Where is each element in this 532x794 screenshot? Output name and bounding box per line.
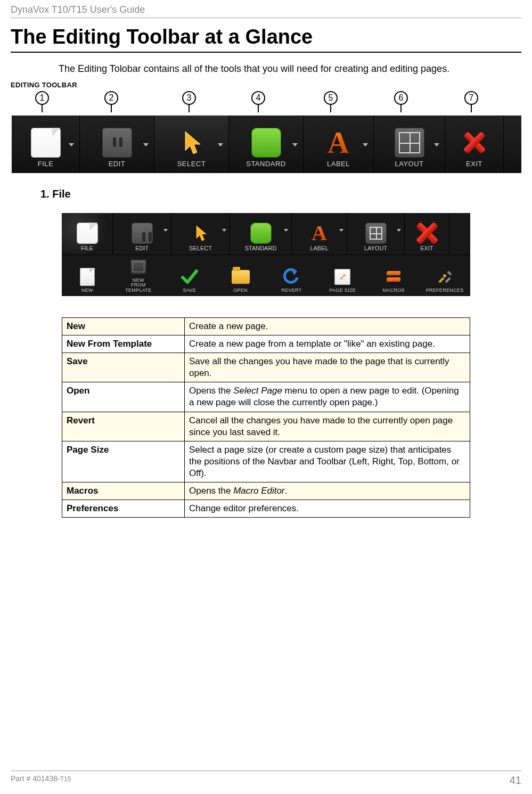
table-row: NewCreate a new page.: [62, 318, 470, 335]
edit-icon: [102, 128, 132, 158]
toolbar-item-edit[interactable]: EDIT: [80, 116, 154, 173]
callout-6: 6: [394, 91, 408, 105]
definition-term: Preferences: [62, 500, 185, 518]
dropdown-icon: [363, 143, 368, 146]
definition-desc: Create a new page from a template or "li…: [185, 335, 470, 353]
table-row: New From TemplateCreate a new page from …: [62, 335, 470, 353]
header-rule: [11, 18, 521, 18]
callout-2: 2: [104, 91, 118, 105]
toolbar-item-label[interactable]: A LABEL: [304, 116, 374, 173]
submenu-revert[interactable]: REVERT: [266, 255, 317, 296]
definition-term: Page Size: [62, 441, 185, 482]
save-icon: [181, 268, 199, 286]
submenu-new[interactable]: NEW: [62, 255, 113, 296]
definition-desc: Select a page size (or create a custom p…: [185, 441, 470, 482]
callout-1: 1: [35, 91, 49, 105]
toolbar-label: FILE: [38, 160, 53, 168]
standard-icon: [250, 223, 272, 244]
submenu-label: OPEN: [233, 288, 248, 293]
table-row: PreferencesChange editor preferences.: [62, 500, 470, 518]
part-number: Part # 401438-T15: [11, 774, 71, 787]
open-icon: [232, 270, 250, 284]
toolbar2-item-exit[interactable]: EXIT: [405, 213, 449, 255]
template-icon: [130, 259, 146, 274]
macros-icon: [386, 270, 402, 284]
toolbar-item-standard[interactable]: STANDARD: [229, 116, 304, 173]
definition-desc: Cancel all the changes you have made to …: [185, 412, 470, 441]
label-icon: A: [312, 223, 327, 244]
page-footer: Part # 401438-T15 41: [11, 771, 521, 787]
page-number: 41: [510, 774, 521, 787]
table-row: MacrosOpens the Macro Editor.: [62, 482, 470, 500]
page-size-icon: [334, 269, 350, 285]
toolbar2-label: LABEL: [310, 245, 328, 251]
definition-term: Macros: [62, 482, 185, 500]
submenu-label: REVERT: [281, 288, 301, 293]
section-heading: 1. File: [40, 188, 521, 200]
svg-point-0: [443, 274, 446, 277]
edit-icon: [132, 223, 153, 244]
callout-3: 3: [182, 91, 196, 105]
toolbar-item-file[interactable]: FILE: [12, 116, 80, 173]
dropdown-icon: [339, 229, 343, 232]
file-icon: [31, 128, 61, 158]
toolbar2-item-file[interactable]: FILE: [62, 213, 113, 255]
submenu-label: PAGE SIZE: [330, 288, 356, 293]
definition-term: New: [62, 318, 185, 335]
toolbar2-item-standard[interactable]: STANDARD: [230, 213, 292, 255]
definition-desc: Change editor preferences.: [185, 500, 470, 518]
definition-term: Open: [62, 382, 185, 412]
select-icon: [177, 128, 207, 158]
toolbar-label: LABEL: [327, 160, 350, 168]
dropdown-icon: [292, 143, 298, 146]
dropdown-icon: [69, 143, 74, 146]
submenu-page-size[interactable]: PAGE SIZE: [317, 255, 368, 296]
toolbar2-label: SELECT: [189, 245, 212, 251]
table-row: RevertCancel all the changes you have ma…: [62, 412, 470, 441]
submenu-label: NEW FROM TEMPLATE: [125, 278, 151, 293]
editing-toolbar-figure: 1 2 3 4 5 6 7 FILE EDIT SELECT: [11, 91, 521, 173]
toolbar2-item-layout[interactable]: LAYOUT: [347, 213, 405, 255]
page-title: The Editing Toolbar at a Glance: [11, 26, 521, 53]
dropdown-icon: [434, 143, 439, 146]
toolbar2-item-edit[interactable]: EDIT: [113, 213, 171, 255]
file-icon: [77, 223, 98, 244]
toolbar2-label: FILE: [81, 245, 93, 251]
toolbar2-item-select[interactable]: SELECT: [171, 213, 230, 255]
submenu-open[interactable]: OPEN: [215, 255, 266, 296]
definition-term: Save: [62, 353, 185, 382]
intro-text: The Editing Tolobar contains all of the …: [59, 63, 521, 75]
dropdown-icon: [163, 229, 168, 232]
table-row: Page SizeSelect a page size (or create a…: [62, 441, 470, 482]
doc-header: DynaVox T10/T15 User's Guide: [11, 0, 521, 18]
submenu-new-from-template[interactable]: NEW FROM TEMPLATE: [113, 255, 164, 296]
exit-icon: [416, 223, 438, 244]
submenu-save[interactable]: SAVE: [164, 255, 215, 296]
definition-term: New From Template: [62, 335, 185, 353]
toolbar2-label: EXIT: [420, 245, 433, 251]
submenu-macros[interactable]: MACROS: [368, 255, 419, 296]
toolbar2-label: STANDARD: [245, 245, 277, 251]
callout-5: 5: [324, 91, 338, 105]
dropdown-icon: [143, 143, 149, 146]
dropdown-icon: [222, 229, 226, 232]
definition-desc: Save all the changes you have made to th…: [185, 353, 470, 382]
toolbar-label: SELECT: [177, 160, 206, 168]
callout-4: 4: [251, 91, 265, 105]
definition-term: Revert: [62, 412, 185, 441]
dropdown-icon: [218, 143, 223, 146]
submenu-preferences[interactable]: PREFERENCES: [419, 255, 470, 296]
submenu-label: NEW: [81, 288, 93, 293]
toolbar2-item-label[interactable]: A LABEL: [292, 213, 347, 255]
exit-icon: [460, 128, 489, 158]
dropdown-icon: [397, 229, 401, 232]
callout-7: 7: [464, 91, 478, 105]
layout-icon: [365, 223, 387, 244]
submenu-label: MACROS: [383, 288, 405, 293]
toolbar-item-select[interactable]: SELECT: [154, 116, 229, 173]
toolbar2-label: LAYOUT: [364, 245, 387, 251]
toolbar-item-layout[interactable]: LAYOUT: [374, 116, 445, 173]
toolbar-item-exit[interactable]: EXIT: [445, 116, 504, 173]
figure-label: EDITING TOOLBAR: [11, 81, 521, 89]
callout-row: 1 2 3 4 5 6 7: [11, 91, 521, 114]
